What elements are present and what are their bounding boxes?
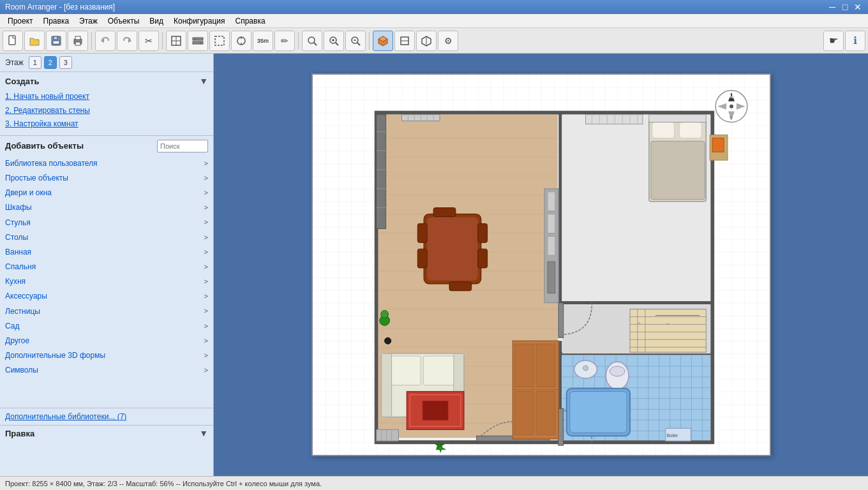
sep4 [369, 32, 370, 50]
section-add: Добавить объекты Библиотека пользователя… [0, 136, 213, 408]
category-simple[interactable]: Простые объекты> [5, 171, 208, 186]
menu-config[interactable]: Конфигурация [168, 15, 230, 27]
floor-tab-3[interactable]: 3 [59, 56, 72, 69]
hand-tool-button[interactable]: ☛ [823, 31, 844, 51]
status-text: Проект: 8255 × 8400 мм, Этаж: 2/3 -- Мас… [5, 480, 322, 487]
category-kitchen[interactable]: Кухня> [5, 274, 208, 289]
create-item-2[interactable]: 2. Редактировать стены [5, 104, 208, 118]
menu-help[interactable]: Справка [230, 15, 271, 27]
floor-tab-1[interactable]: 1 [29, 56, 41, 69]
svg-point-141 [610, 366, 625, 376]
svg-rect-13 [193, 41, 203, 44]
wall-button[interactable] [188, 31, 208, 51]
svg-line-21 [314, 43, 317, 45]
svg-rect-151 [376, 429, 398, 441]
section-create: Создать ▼ 1. Начать новый проект 2. Реда… [0, 72, 213, 136]
svg-point-139 [583, 366, 588, 371]
zoom-out-button[interactable] [345, 31, 366, 51]
section-create-arrow[interactable]: ▼ [199, 76, 208, 86]
new-button[interactable] [3, 31, 23, 51]
print-button[interactable] [68, 31, 88, 51]
category-wardrobes[interactable]: Шкафы> [5, 200, 208, 215]
open-button[interactable] [24, 31, 45, 51]
zoom-in-button[interactable] [324, 31, 344, 51]
svg-rect-137 [558, 408, 563, 445]
info-button[interactable]: ℹ [845, 31, 865, 51]
additional-libs[interactable]: Дополнительные библиотеки... (7) [0, 408, 213, 425]
section-create-header: Создать ▼ [5, 76, 208, 86]
create-item-3[interactable]: 3. Настройка комнат [5, 117, 208, 131]
titlebar-title: Room Arranger - [без названия] [5, 3, 115, 11]
svg-text:→: → [664, 321, 670, 327]
view-persp-button[interactable] [416, 31, 437, 51]
sep2 [162, 32, 163, 50]
menu-objects[interactable]: Объекты [103, 15, 145, 27]
category-other[interactable]: Другое> [5, 334, 208, 348]
close-button[interactable]: ✕ [853, 2, 863, 12]
section-edit-title: Правка [5, 429, 34, 438]
svg-rect-16 [215, 36, 224, 45]
svg-rect-170 [514, 344, 534, 387]
zoom-fit-button[interactable] [302, 31, 322, 51]
save-button[interactable] [46, 31, 66, 51]
category-bathroom[interactable]: Ванная> [5, 245, 208, 260]
statusbar: Проект: 8255 × 8400 мм, Этаж: 2/3 -- Мас… [0, 476, 868, 490]
create-item-1[interactable]: 1. Начать новый проект [5, 90, 208, 104]
minimize-button[interactable]: ─ [827, 2, 837, 12]
insert-room-button[interactable] [166, 31, 186, 51]
svg-point-20 [308, 37, 315, 43]
category-accessories[interactable]: Аксессуары> [5, 289, 208, 304]
ruler-button[interactable]: 35m [253, 31, 273, 51]
category-stairs[interactable]: Лестницы> [5, 304, 208, 319]
section-edit-arrow[interactable]: ▼ [199, 428, 208, 438]
floor-tab-2[interactable]: 2 [44, 56, 57, 69]
category-3d[interactable]: Дополнительные 3D формы> [5, 348, 208, 363]
svg-rect-95 [417, 249, 427, 268]
category-garden[interactable]: Сад> [5, 319, 208, 334]
section-edit: Правка ▼ [0, 425, 213, 476]
svg-rect-133 [712, 138, 724, 152]
cut-button[interactable]: ✂ [138, 31, 159, 51]
svg-point-162 [730, 105, 733, 108]
titlebar-controls: ─ □ ✕ [827, 2, 863, 12]
category-chairs[interactable]: Стулья> [5, 216, 208, 230]
menu-view[interactable]: Вид [144, 15, 168, 27]
snap-button[interactable] [231, 31, 251, 51]
select-area-button[interactable] [209, 31, 230, 51]
menubar: Проект Правка Этаж Объекты Вид Конфигура… [0, 14, 868, 28]
svg-rect-0 [9, 36, 15, 45]
view-3d-box-button[interactable] [373, 31, 393, 51]
category-tables[interactable]: Столы> [5, 230, 208, 245]
redo-button[interactable] [117, 31, 137, 51]
undo-button[interactable] [95, 31, 116, 51]
category-bedroom[interactable]: Спальня> [5, 260, 208, 274]
svg-rect-6 [75, 42, 80, 45]
svg-rect-97 [477, 249, 487, 268]
sep1 [91, 32, 92, 50]
maximize-button[interactable]: □ [840, 2, 850, 12]
section-edit-header: Правка ▼ [5, 428, 208, 438]
toolbar: ✂ 35m ✏ ⚙ ☛ ℹ [0, 28, 868, 54]
pencil-button[interactable]: ✏ [274, 31, 295, 51]
svg-rect-107 [423, 401, 448, 420]
view-2d-button[interactable] [394, 31, 415, 51]
canvas-area[interactable]: → → [214, 54, 868, 476]
floor-plan: → → [311, 73, 771, 456]
svg-rect-93 [427, 218, 477, 281]
svg-rect-103 [381, 353, 391, 417]
effects-button[interactable]: ⚙ [438, 31, 458, 51]
section-create-title: Создать [5, 77, 39, 86]
category-user-lib[interactable]: Библиотека пользователя> [5, 156, 208, 171]
svg-point-148 [384, 338, 391, 344]
svg-rect-129 [652, 122, 674, 138]
floor-plan-svg: → → [313, 75, 770, 455]
menu-project[interactable]: Проект [3, 15, 38, 27]
menu-edit[interactable]: Правка [38, 15, 75, 27]
search-input[interactable] [157, 140, 208, 152]
main-layout: Этаж 1 2 3 Создать ▼ 1. Начать новый про… [0, 54, 868, 476]
svg-rect-134 [648, 115, 705, 122]
menu-floor[interactable]: Этаж [74, 15, 103, 27]
add-objects-header: Добавить объекты [5, 140, 208, 152]
category-doors[interactable]: Двери и окна> [5, 186, 208, 200]
category-symbols[interactable]: Символы> [5, 363, 208, 378]
